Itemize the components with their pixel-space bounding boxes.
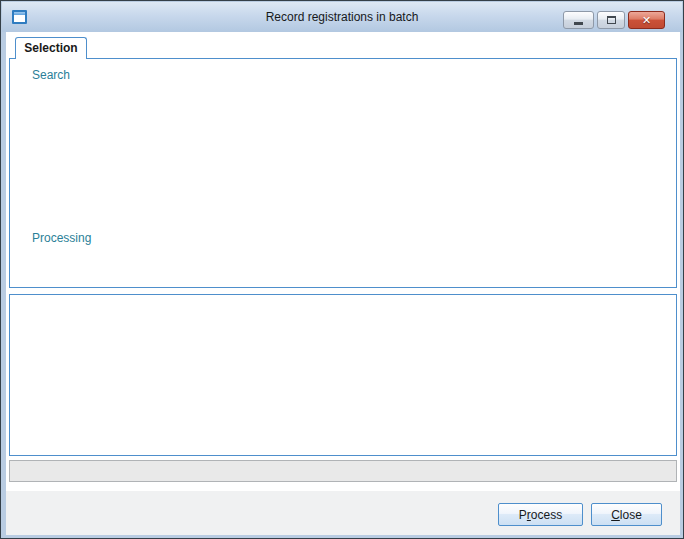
close-dialog-button[interactable]: Close: [591, 503, 662, 526]
close-window-button[interactable]: ✕: [628, 11, 665, 29]
tab-panel: [9, 58, 677, 288]
title-bar: Record registrations in batch ✕: [2, 2, 682, 32]
search-group-label: Search: [27, 68, 75, 83]
process-button[interactable]: Process: [498, 503, 583, 526]
tab-selection[interactable]: Selection: [15, 37, 87, 59]
processing-group-label: Processing: [27, 231, 96, 246]
maximize-button[interactable]: [597, 11, 625, 29]
dialog-window: Record registrations in batch ✕ Selectio…: [0, 0, 684, 539]
progress-bar: [9, 460, 677, 482]
maximize-icon: [607, 16, 616, 24]
close-icon: ✕: [642, 14, 651, 27]
results-list[interactable]: [9, 294, 677, 456]
minimize-button[interactable]: [563, 11, 594, 29]
minimize-icon: [574, 22, 583, 25]
